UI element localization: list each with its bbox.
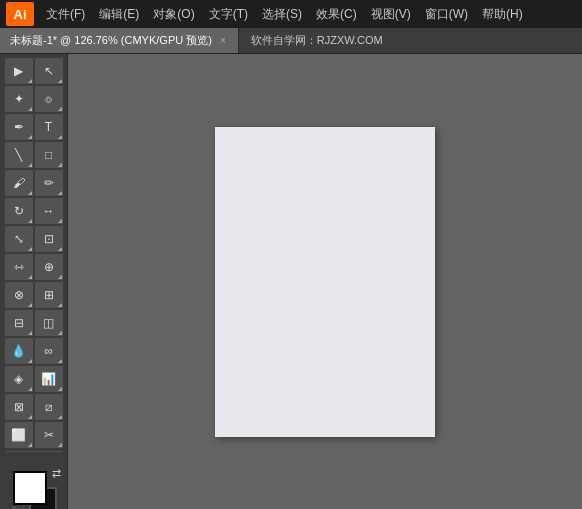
sub-tool-arrow	[58, 415, 62, 419]
menu-item-T[interactable]: 文字(T)	[203, 4, 254, 25]
menu-item-E[interactable]: 编辑(E)	[93, 4, 145, 25]
sub-tool-arrow	[58, 359, 62, 363]
sub-tool-arrow	[58, 191, 62, 195]
menu-item-W[interactable]: 窗口(W)	[419, 4, 474, 25]
eraser-tool[interactable]: ⬜	[5, 422, 33, 448]
selection-tool[interactable]: ▶	[5, 58, 33, 84]
fill-swatch[interactable]	[13, 471, 47, 505]
direct-selection-tool[interactable]: ↖	[35, 58, 63, 84]
main-area: ▶↖✦⌾✒T╲□🖌✏↻↔⤡⊡⇿⊕⊗⊞⊟◫💧∞◈📊⊠⧄⬜✂ ⇄ ⬛ ■ ⊘ ◧ ✋…	[0, 54, 582, 509]
tool-row-6: ⤡⊡	[5, 226, 63, 252]
tool-row-5: ↻↔	[5, 198, 63, 224]
lasso-tool[interactable]: ⌾	[35, 86, 63, 112]
menu-item-F[interactable]: 文件(F)	[40, 4, 91, 25]
color-area: ⇄ ⬛ ■ ⊘ ◧	[2, 461, 65, 509]
sub-tool-arrow	[28, 387, 32, 391]
menu-bar: 文件(F)编辑(E)对象(O)文字(T)选择(S)效果(C)视图(V)窗口(W)…	[40, 4, 529, 25]
sub-tool-arrow	[58, 219, 62, 223]
swap-colors-button[interactable]: ⇄	[52, 467, 61, 480]
tool-row-2: ✒T	[5, 114, 63, 140]
type-tool[interactable]: T	[35, 114, 63, 140]
paintbrush-tool[interactable]: 🖌	[5, 170, 33, 196]
tool-row-13: ⬜✂	[5, 422, 63, 448]
tool-row-12: ⊠⧄	[5, 394, 63, 420]
sub-tool-arrow	[58, 135, 62, 139]
free-transform-tool[interactable]: ⊡	[35, 226, 63, 252]
scale-tool[interactable]: ↔	[35, 198, 63, 224]
sub-tool-arrow	[28, 135, 32, 139]
ai-logo: Ai	[6, 2, 34, 26]
pen-tool[interactable]: ✒	[5, 114, 33, 140]
tool-row-8: ⊗⊞	[5, 282, 63, 308]
menu-item-O[interactable]: 对象(O)	[147, 4, 200, 25]
sub-tool-arrow	[58, 303, 62, 307]
symbol-tool[interactable]: ◈	[5, 366, 33, 392]
tool-row-0: ▶↖	[5, 58, 63, 84]
sub-tool-arrow	[28, 191, 32, 195]
gradient-tool[interactable]: ◫	[35, 310, 63, 336]
canvas-area[interactable]	[68, 54, 582, 509]
sub-tool-arrow	[28, 443, 32, 447]
menu-item-C[interactable]: 效果(C)	[310, 4, 363, 25]
pencil-tool[interactable]: ✏	[35, 170, 63, 196]
toolbar: ▶↖✦⌾✒T╲□🖌✏↻↔⤡⊡⇿⊕⊗⊞⊟◫💧∞◈📊⊠⧄⬜✂ ⇄ ⬛ ■ ⊘ ◧ ✋…	[0, 54, 68, 509]
tab-info: 软件自学网：RJZXW.COM	[239, 28, 582, 53]
perspective-tool[interactable]: ⊞	[35, 282, 63, 308]
sub-tool-arrow	[28, 163, 32, 167]
eyedropper-tool[interactable]: 💧	[5, 338, 33, 364]
color-swatches[interactable]: ⇄ ⬛	[9, 469, 59, 509]
sub-tool-arrow	[58, 247, 62, 251]
sub-tool-arrow	[28, 303, 32, 307]
tool-row-11: ◈📊	[5, 366, 63, 392]
sub-tool-arrow	[28, 79, 32, 83]
tool-row-7: ⇿⊕	[5, 254, 63, 280]
tab-bar: 未标题-1* @ 126.76% (CMYK/GPU 预览) × 软件自学网：R…	[0, 28, 582, 54]
tool-rows: ▶↖✦⌾✒T╲□🖌✏↻↔⤡⊡⇿⊕⊗⊞⊟◫💧∞◈📊⊠⧄⬜✂	[5, 58, 63, 455]
tool-row-4: 🖌✏	[5, 170, 63, 196]
magic-wand-tool[interactable]: ✦	[5, 86, 33, 112]
graph-tool[interactable]: 📊	[35, 366, 63, 392]
sub-tool-arrow	[28, 415, 32, 419]
menu-item-V[interactable]: 视图(V)	[365, 4, 417, 25]
slice-tool[interactable]: ⧄	[35, 394, 63, 420]
width-tool[interactable]: ⇿	[5, 254, 33, 280]
tool-row-3: ╲□	[5, 142, 63, 168]
artboard-tool[interactable]: ⊠	[5, 394, 33, 420]
rectangle-tool[interactable]: □	[35, 142, 63, 168]
live-paint-tool[interactable]: ⊗	[5, 282, 33, 308]
tab-label: 未标题-1* @ 126.76% (CMYK/GPU 预览)	[10, 33, 212, 48]
sub-tool-arrow	[28, 247, 32, 251]
sub-tool-arrow	[58, 163, 62, 167]
tool-row-10: 💧∞	[5, 338, 63, 364]
menu-item-S[interactable]: 选择(S)	[256, 4, 308, 25]
sub-tool-arrow	[28, 275, 32, 279]
sub-tool-arrow	[58, 107, 62, 111]
sub-tool-arrow	[58, 443, 62, 447]
rotate-tool[interactable]: ↻	[5, 198, 33, 224]
warp-tool[interactable]: ⤡	[5, 226, 33, 252]
shape-builder-tool[interactable]: ⊕	[35, 254, 63, 280]
blend-tool[interactable]: ∞	[35, 338, 63, 364]
menu-item-H[interactable]: 帮助(H)	[476, 4, 529, 25]
line-tool[interactable]: ╲	[5, 142, 33, 168]
scissors-tool[interactable]: ✂	[35, 422, 63, 448]
sub-tool-arrow	[28, 359, 32, 363]
sub-tool-arrow	[58, 79, 62, 83]
sub-tool-arrow	[58, 331, 62, 335]
sub-tool-arrow	[58, 275, 62, 279]
sub-tool-arrow	[28, 331, 32, 335]
tool-separator	[6, 451, 62, 452]
sub-tool-arrow	[28, 107, 32, 111]
mesh-tool[interactable]: ⊟	[5, 310, 33, 336]
tab-close-button[interactable]: ×	[218, 34, 228, 47]
tool-row-1: ✦⌾	[5, 86, 63, 112]
sub-tool-arrow	[28, 219, 32, 223]
sub-tool-arrow	[58, 387, 62, 391]
tool-row-9: ⊟◫	[5, 310, 63, 336]
artboard	[215, 127, 435, 437]
title-bar: Ai 文件(F)编辑(E)对象(O)文字(T)选择(S)效果(C)视图(V)窗口…	[0, 0, 582, 28]
active-tab[interactable]: 未标题-1* @ 126.76% (CMYK/GPU 预览) ×	[0, 28, 239, 53]
